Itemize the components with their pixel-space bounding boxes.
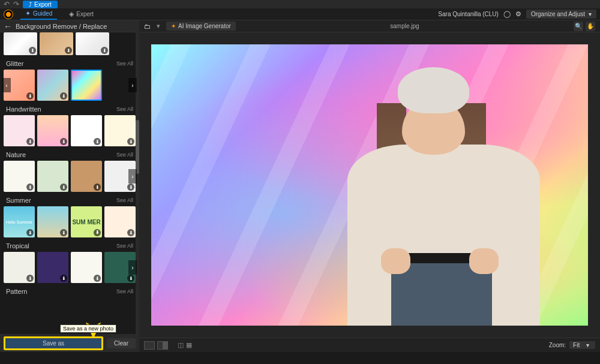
section-label: Tropical <box>6 242 29 249</box>
bg-thumb-tropical[interactable]: ⬇ <box>71 252 102 283</box>
see-all-link[interactable]: See All <box>116 61 133 67</box>
undo-icon[interactable]: ↶ <box>4 0 10 8</box>
section-label: Glitter <box>6 60 23 67</box>
back-arrow-icon[interactable]: ← <box>4 22 12 31</box>
canvas-toolbar: 🗀 ▾ ✦ AI Image Generator sample.jpg 🔍 ✋ <box>139 20 600 32</box>
diamond-icon: ◈ <box>69 10 74 18</box>
view-split-icon[interactable] <box>157 341 168 350</box>
panel-title: Background Remove / Replace <box>16 23 107 30</box>
section-label: Pattern <box>6 288 27 295</box>
download-icon: ⬇ <box>127 138 134 145</box>
bg-thumb-summer[interactable]: SUM MER⬇ <box>71 206 102 237</box>
bg-thumb-summer[interactable]: Hello Summer⬇ <box>4 206 35 237</box>
user-name-label: Sara Quintanilla (CLU) <box>438 11 499 17</box>
save-as-button[interactable]: Save as <box>4 336 103 350</box>
view-single-icon[interactable] <box>144 341 155 350</box>
bg-thumb-summer[interactable]: ⬇ <box>37 206 68 237</box>
bg-thumb[interactable]: ⬇ <box>40 32 73 55</box>
subject-person <box>339 67 548 326</box>
bg-thumb-nature[interactable]: ⬇ <box>37 161 68 192</box>
download-icon: ⬇ <box>94 138 101 145</box>
mode-bar: ✦ Guided ◈ Expert Sara Quintanilla (CLU)… <box>0 8 600 20</box>
crop-icon[interactable]: ◫ <box>178 341 184 350</box>
download-icon: ⬇ <box>60 138 67 145</box>
bg-thumb-nature[interactable]: ⬇ <box>71 161 102 192</box>
bg-thumb-handwritten[interactable]: ⬇ <box>4 115 35 146</box>
scrollbar-track[interactable] <box>136 20 139 352</box>
bg-thumb-glitter-selected[interactable] <box>71 70 102 101</box>
download-icon: ⬇ <box>26 183 34 191</box>
bg-thumb[interactable]: ⬇ <box>76 32 109 55</box>
see-all-link[interactable]: See All <box>116 288 133 294</box>
zoom-select[interactable]: Fit ▾ <box>569 341 595 349</box>
tab-expert-label: Expert <box>76 11 94 17</box>
wand-icon: ✦ <box>25 10 31 17</box>
bg-thumb-handwritten[interactable]: ⬇ <box>71 115 102 146</box>
carousel-next-icon[interactable]: › <box>128 169 137 183</box>
save-as-tooltip: Save as a new photo <box>60 324 116 333</box>
export-label: Export <box>34 1 52 8</box>
sidebar-action-bar: ➤ Save as a new photo Save as Clear <box>0 334 139 352</box>
bg-thumb-glitter[interactable]: ⬇ <box>37 70 68 101</box>
canvas-area: 🗀 ▾ ✦ AI Image Generator sample.jpg 🔍 ✋ <box>139 20 600 352</box>
bg-thumb-handwritten[interactable]: ⬇ <box>104 115 136 146</box>
settings-gear-icon[interactable]: ⚙ <box>515 10 521 18</box>
clear-button[interactable]: Clear <box>107 338 136 348</box>
user-avatar-icon[interactable]: ◯ <box>503 10 511 18</box>
scrollbar-thumb[interactable] <box>136 120 139 174</box>
canvas-viewport[interactable] <box>139 32 600 338</box>
section-label: Nature <box>6 151 26 158</box>
bg-thumb-tropical[interactable]: ⬇ <box>4 252 35 283</box>
canvas-image <box>151 44 588 326</box>
section-tropical: Tropical See All ⬇ ⬇ ⬇ ⬇ › <box>2 240 137 283</box>
thumb-text: SUM MER <box>72 219 100 225</box>
download-icon: ⬇ <box>26 275 34 282</box>
organize-label: Organize and Adjust <box>531 11 585 17</box>
bg-thumb-summer[interactable]: ⬇ <box>104 206 136 237</box>
carousel-prev-icon[interactable]: ‹ <box>2 78 11 92</box>
carousel-next-icon[interactable]: › <box>128 260 137 275</box>
canvas-footer: ◫ ▦ Zoom: Fit ▾ <box>139 338 600 352</box>
chevron-down-icon: ▾ <box>589 11 592 17</box>
chevron-down-icon[interactable]: ▾ <box>157 22 160 30</box>
section-label: Summer <box>6 197 31 204</box>
download-icon: ⬇ <box>94 229 101 236</box>
thumb-text: Hello Summer <box>6 220 32 224</box>
tab-expert[interactable]: ◈ Expert <box>64 9 98 19</box>
organize-dropdown[interactable]: Organize and Adjust ▾ <box>526 10 596 19</box>
download-icon: ⬇ <box>94 183 101 191</box>
download-icon: ⬇ <box>127 229 134 236</box>
bg-thumb-tropical[interactable]: ⬇ <box>37 252 68 283</box>
ai-image-generator-button[interactable]: ✦ AI Image Generator <box>166 22 236 31</box>
bg-thumb-nature[interactable]: ⬇ <box>4 161 35 192</box>
bg-thumb[interactable]: ⬇ <box>4 32 37 55</box>
download-icon: ⬇ <box>60 275 67 282</box>
download-icon: ⬇ <box>101 47 108 54</box>
redo-icon[interactable]: ↷ <box>13 0 19 8</box>
search-icon[interactable]: 🔍 <box>574 22 583 31</box>
see-all-link[interactable]: See All <box>116 152 133 158</box>
see-all-link[interactable]: See All <box>116 197 133 203</box>
carousel-next-icon[interactable]: › <box>128 78 137 92</box>
bg-thumb-handwritten[interactable]: ⬇ <box>37 115 68 146</box>
sparkle-icon: ✦ <box>171 23 176 29</box>
download-icon: ⬇ <box>127 183 134 191</box>
download-icon: ⬇ <box>26 92 34 100</box>
chevron-down-icon: ▾ <box>586 342 589 348</box>
section-label: Handwritten <box>6 106 41 113</box>
tab-guided[interactable]: ✦ Guided <box>20 8 57 20</box>
zoom-value: Fit <box>573 342 580 348</box>
export-button[interactable]: ⤴ Export <box>23 1 58 8</box>
download-icon: ⬇ <box>127 275 134 282</box>
window-control-bar: ↶ ↷ ⤴ Export <box>0 0 600 8</box>
section-glitter: Glitter See All ‹ ⬇ ⬇ › <box>2 58 137 101</box>
app-logo-icon[interactable] <box>4 10 13 19</box>
see-all-link[interactable]: See All <box>116 106 133 112</box>
background-library-panel: ← Background Remove / Replace ⬇ ⬇ ⬇ Glit… <box>0 20 139 352</box>
folder-icon[interactable]: 🗀 <box>144 23 151 30</box>
download-icon: ⬇ <box>65 47 72 54</box>
pan-hand-icon[interactable]: ✋ <box>586 22 595 31</box>
download-icon: ⬇ <box>94 275 101 282</box>
see-all-link[interactable]: See All <box>116 243 133 249</box>
layers-icon[interactable]: ▦ <box>186 341 192 350</box>
